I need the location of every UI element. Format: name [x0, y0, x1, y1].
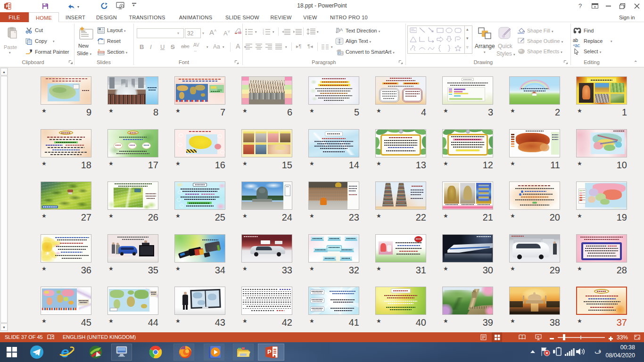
svg-text:e: e	[61, 345, 69, 360]
svg-text:A: A	[340, 27, 343, 32]
svg-text:P: P	[267, 348, 272, 355]
svg-text:3: 3	[263, 33, 264, 35]
